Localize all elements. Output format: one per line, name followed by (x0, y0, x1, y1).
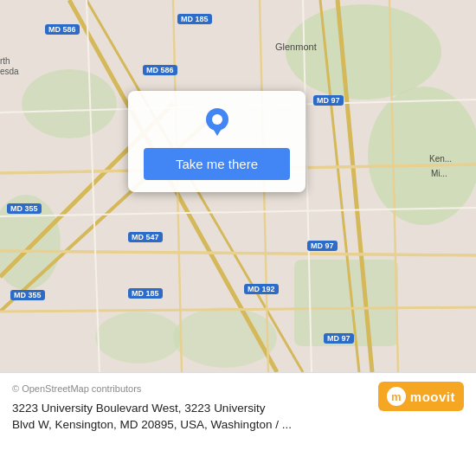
location-pin-icon (201, 106, 234, 139)
place-label-bethesda: rthesda (0, 56, 19, 77)
svg-point-1 (286, 4, 441, 100)
moovit-logo-circle: m (387, 387, 406, 406)
svg-point-25 (212, 114, 222, 125)
svg-point-2 (368, 87, 476, 225)
road-badge-md355-1: MD 355 (7, 203, 42, 214)
road-badge-md97-2: MD 97 (307, 241, 338, 251)
svg-marker-26 (212, 127, 222, 136)
road-badge-md97-3: MD 97 (324, 333, 354, 344)
map-container[interactable]: MD 586 MD 185 MD 586 MD 97 MD 355 MD 547… (0, 0, 476, 372)
road-badge-md355-2: MD 355 (10, 290, 45, 300)
svg-point-3 (22, 69, 117, 138)
place-label-ken: Ken... (429, 154, 452, 164)
road-badge-md586-2: MD 586 (143, 65, 177, 75)
svg-point-6 (173, 307, 277, 368)
take-me-there-button[interactable]: Take me there (144, 148, 290, 180)
svg-point-7 (95, 312, 182, 363)
road-badge-md192: MD 192 (244, 284, 279, 294)
road-badge-md547: MD 547 (128, 232, 163, 242)
address-text: 3223 University Boulevard West, 3223 Uni… (12, 400, 368, 434)
place-label-glenmont: Glenmont (275, 42, 317, 52)
copyright-text: © OpenStreetMap contributors (12, 382, 368, 396)
road-badge-md97-1: MD 97 (313, 95, 344, 106)
moovit-logo: m moovit (378, 382, 464, 411)
road-badge-md185-2: MD 185 (128, 288, 163, 299)
info-text-block: © OpenStreetMap contributors 3223 Univer… (12, 382, 368, 434)
place-label-mi: Mi... (431, 169, 447, 178)
moovit-logo-text: moovit (410, 389, 455, 404)
road-badge-md185-1: MD 185 (177, 14, 212, 24)
moovit-logo-box: m moovit (378, 382, 464, 411)
map-popup: Take me there (128, 91, 306, 192)
road-badge-md586-1: MD 586 (45, 24, 80, 35)
info-bar: © OpenStreetMap contributors 3223 Univer… (0, 372, 476, 476)
